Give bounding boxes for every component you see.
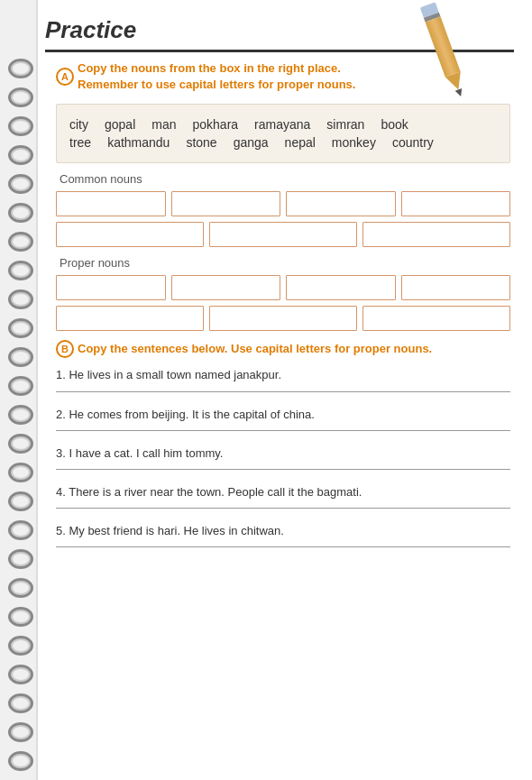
spiral-ring: [8, 693, 33, 713]
spiral-ring: [8, 376, 33, 396]
sentence-item-5: 5. My best friend is hari. He lives in c…: [56, 523, 510, 547]
common-noun-input-2[interactable]: [171, 191, 281, 216]
spiral-ring: [8, 232, 33, 252]
sentence-text-5: 5. My best friend is hari. He lives in c…: [56, 523, 510, 539]
spiral-ring: [8, 203, 33, 223]
common-nouns-section: Common nouns: [56, 172, 510, 247]
proper-noun-input-5[interactable]: [56, 306, 204, 331]
word-nepal: nepal: [285, 135, 316, 150]
word-row-1: city gopal man pokhara ramayana simran b…: [69, 117, 497, 132]
common-noun-input-1[interactable]: [56, 191, 166, 216]
section-a-instruction: Copy the nouns from the box in the right…: [78, 60, 355, 93]
sentence-line-4: [56, 508, 510, 509]
spiral-ring: [8, 116, 33, 136]
proper-nouns-row2: [56, 306, 510, 331]
proper-noun-input-7[interactable]: [362, 306, 510, 331]
word-box: city gopal man pokhara ramayana simran b…: [56, 104, 510, 163]
sentence-item-2: 2. He comes from beijing. It is the capi…: [56, 407, 510, 431]
pencil-body: [426, 16, 461, 77]
spiral-ring: [8, 434, 33, 454]
spiral-ring: [8, 751, 33, 771]
sentence-line-2: [56, 430, 510, 431]
spiral-binding: [0, 54, 41, 780]
sentence-line-1: [56, 391, 510, 392]
spiral-ring: [8, 261, 33, 280]
section-a: A Copy the nouns from the box in the rig…: [56, 60, 510, 331]
section-a-instruction-line1: Copy the nouns from the box in the right…: [78, 60, 355, 77]
spiral-ring: [8, 347, 33, 367]
spiral-ring: [8, 463, 33, 482]
spiral-ring: [8, 520, 33, 540]
section-b-label: B Copy the sentences below. Use capital …: [56, 340, 432, 358]
common-nouns-row1: [56, 191, 510, 216]
spiral-ring: [8, 578, 33, 598]
sentence-line-5: [56, 546, 510, 547]
word-stone: stone: [186, 135, 216, 150]
spiral-ring: [8, 405, 33, 425]
word-book: book: [381, 117, 408, 132]
spiral-ring: [8, 549, 33, 569]
word-row-2: tree kathmandu stone ganga nepal monkey …: [69, 135, 497, 150]
proper-nouns-row1: [56, 275, 510, 300]
proper-noun-input-4[interactable]: [401, 275, 511, 300]
sentence-text-3: 3. I have a cat. I call him tommy.: [56, 445, 510, 462]
common-noun-input-6[interactable]: [209, 222, 357, 247]
word-man: man: [151, 117, 176, 132]
section-b: B Copy the sentences below. Use capital …: [56, 340, 510, 547]
common-noun-input-7[interactable]: [362, 222, 510, 247]
spiral-ring: [8, 491, 33, 511]
common-nouns-row2: [56, 222, 510, 247]
common-noun-input-5[interactable]: [56, 222, 204, 247]
common-noun-input-3[interactable]: [286, 191, 396, 216]
section-b-instruction: Copy the sentences below. Use capital le…: [78, 341, 432, 357]
proper-noun-input-1[interactable]: [56, 275, 166, 300]
word-tree: tree: [69, 135, 91, 150]
spiral-ring: [8, 665, 33, 684]
sentence-text-4: 4. There is a river near the town. Peopl…: [56, 484, 510, 500]
proper-nouns-title: Proper nouns: [60, 256, 510, 270]
proper-noun-input-3[interactable]: [286, 275, 396, 300]
sentence-item-1: 1. He lives in a small town named janakp…: [56, 367, 510, 391]
word-pokhara: pokhara: [193, 117, 239, 132]
sentence-text-2: 2. He comes from beijing. It is the capi…: [56, 407, 510, 423]
main-content: A Copy the nouns from the box in the rig…: [43, 50, 523, 771]
proper-noun-input-2[interactable]: [171, 275, 281, 300]
spiral-ring: [8, 636, 33, 656]
sentence-item-4: 4. There is a river near the town. Peopl…: [56, 484, 510, 509]
spiral-ring: [8, 318, 33, 338]
word-ramayana: ramayana: [254, 117, 310, 132]
proper-noun-input-6[interactable]: [209, 306, 357, 331]
spiral-ring: [8, 145, 33, 165]
section-a-instruction-line2: Remember to use capital letters for prop…: [78, 77, 355, 93]
word-kathmandu: kathmandu: [107, 135, 170, 150]
spiral-ring: [8, 59, 33, 78]
word-country: country: [392, 135, 434, 150]
proper-nouns-section: Proper nouns: [56, 256, 510, 331]
sentence-item-3: 3. I have a cat. I call him tommy.: [56, 445, 510, 470]
sentence-text-1: 1. He lives in a small town named janakp…: [56, 367, 510, 383]
spiral-ring: [8, 87, 33, 107]
common-nouns-title: Common nouns: [60, 172, 510, 186]
section-a-circle: A: [56, 68, 74, 86]
spiral-ring: [8, 289, 33, 309]
spiral-ring: [8, 174, 33, 194]
word-gopal: gopal: [105, 117, 135, 132]
section-a-label: A Copy the nouns from the box in the rig…: [56, 60, 355, 93]
spiral-ring: [8, 722, 33, 742]
sentence-line-3: [56, 469, 510, 470]
sentences-list: 1. He lives in a small town named janakp…: [56, 367, 510, 547]
word-monkey: monkey: [332, 135, 376, 150]
word-city: city: [69, 117, 88, 132]
common-noun-input-4[interactable]: [401, 191, 511, 216]
word-ganga: ganga: [234, 135, 269, 150]
page-title: Practice: [45, 16, 136, 43]
section-b-circle: B: [56, 340, 74, 358]
spiral-ring: [8, 607, 33, 627]
word-simran: simran: [326, 117, 364, 132]
